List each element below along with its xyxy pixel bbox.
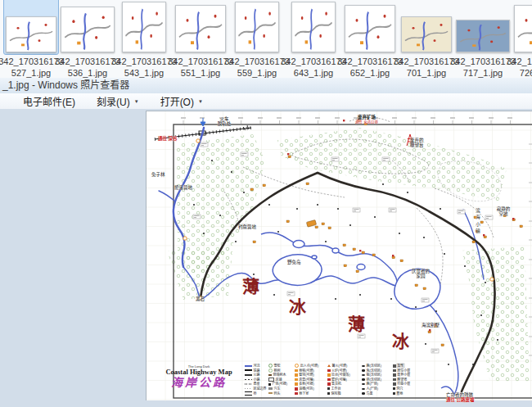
label-abandoned-lookout: 废弃的瞭望台 bbox=[410, 138, 424, 147]
legend-swatch bbox=[268, 369, 273, 373]
legend-item: 桥 bbox=[245, 391, 266, 396]
map-title-en: Coastal Highway Map bbox=[161, 369, 237, 376]
file-name-line2: 726_1.jpg bbox=[520, 68, 532, 78]
chevron-down-icon: ▼ bbox=[198, 99, 203, 104]
legend-swatch bbox=[268, 392, 273, 394]
thumbnail-image bbox=[61, 7, 115, 52]
file-thumbnail[interactable]: 342_170316173 559_1.jpg bbox=[230, 0, 284, 78]
legend-swatch bbox=[393, 378, 396, 382]
label-jackrabbit-island: 野兔岛 bbox=[287, 260, 301, 265]
thumbnail-strip: 342_170316173 527_1.jpg 342_170316173 53… bbox=[0, 0, 532, 79]
file-thumbnail[interactable]: 342_170316173 527_1.jpg bbox=[4, 0, 58, 78]
legend-swatch bbox=[245, 383, 252, 385]
label-abandoned-mine: 废弃矿场 通往 安适山谷 bbox=[348, 115, 385, 124]
file-name-line1: 342_170316173 bbox=[337, 57, 403, 66]
map-title-zh: 海岸公路 bbox=[161, 377, 237, 390]
menu-item[interactable]: 刻录(U) ▼ bbox=[97, 94, 139, 108]
thumbnail-selection-box bbox=[453, 0, 512, 55]
legend-swatch bbox=[362, 365, 365, 368]
menu-item[interactable]: 电子邮件(E) bbox=[23, 94, 75, 108]
legend-swatch bbox=[295, 387, 298, 391]
thumbnail-selection-box bbox=[399, 0, 454, 55]
menu-item[interactable]: 打开(O) ▼ bbox=[160, 94, 203, 108]
legend-swatch bbox=[327, 392, 330, 395]
label-misanthropes-home: 厌世者的家园 bbox=[404, 269, 438, 278]
viewer-canvas: 通往 深谷 火车脱轨处 兔子林 熊溪营地 钓鱼营地 野兔岛 黑石 废弃矿场 通往… bbox=[0, 109, 532, 407]
file-name-line2: 717_1.jpg bbox=[463, 68, 503, 78]
legend-swatch bbox=[245, 374, 252, 376]
thumbnail-selection-box bbox=[119, 0, 169, 55]
legend-swatch bbox=[327, 378, 331, 382]
file-thumbnail[interactable]: 342_170316173 551_1.jpg bbox=[174, 0, 228, 78]
thumbnail-image bbox=[514, 5, 532, 52]
legend-swatch bbox=[268, 374, 272, 376]
legend-swatch bbox=[245, 365, 252, 367]
file-name-line2: 536_1.jpg bbox=[68, 68, 107, 78]
legend-swatch bbox=[393, 382, 396, 386]
file-name-line1: 342_170316173 bbox=[168, 57, 233, 66]
mini-map-art bbox=[61, 7, 114, 52]
menu-item-label: 电子邮件(E) bbox=[23, 94, 75, 108]
menu-item-label: 打开(O) bbox=[160, 94, 194, 108]
legend-swatch bbox=[245, 391, 252, 396]
thumbnail-image bbox=[291, 2, 336, 52]
thumbnail-selection-box bbox=[512, 0, 532, 55]
file-name-line1: 342_170316173 bbox=[281, 57, 346, 66]
thin-ice-text-2: 冰 bbox=[289, 299, 306, 316]
file-thumbnail[interactable]: 342_170316173 726_1.jpg bbox=[512, 0, 532, 78]
menu-item-label: 刻录(U) bbox=[97, 94, 130, 108]
legend-item: 鸟巢 bbox=[362, 391, 390, 396]
legend-swatch bbox=[362, 374, 365, 377]
file-thumbnail[interactable]: 342_170316173 643_1.jpg bbox=[286, 0, 340, 78]
thumbnail-image bbox=[122, 2, 166, 52]
file-thumbnail[interactable]: 342_170316173 717_1.jpg bbox=[456, 0, 510, 78]
label-silent-clearing: 寂静的空地 bbox=[494, 206, 513, 216]
file-name-line2: 652_1.jpg bbox=[350, 68, 390, 78]
mini-map-art bbox=[176, 6, 225, 52]
thin-ice-text-1: 薄 bbox=[242, 278, 259, 296]
legend-swatch bbox=[362, 383, 365, 386]
mini-map-art bbox=[123, 2, 165, 52]
thumbnail-selection-box bbox=[232, 0, 282, 55]
legend-item: 地下室 bbox=[295, 391, 325, 396]
legend-swatch bbox=[295, 392, 298, 396]
legend-swatch bbox=[393, 387, 395, 390]
file-name-line2: 551_1.jpg bbox=[181, 68, 220, 78]
map-title-block: The Long Dark Coastal Highway Map 海岸公路 bbox=[161, 364, 237, 390]
legend-swatch bbox=[268, 364, 273, 368]
legend-swatch bbox=[295, 382, 298, 386]
map-legend: 河流铁路公路小路悬崖区域边界桥 雪松枫树倒塌树木床铺尸体(可搜)汽车码头 出入点… bbox=[245, 364, 417, 401]
file-name-line1: 342_170316173 bbox=[394, 57, 459, 66]
menu-bar: 电子邮件(E) 刻录(U) ▼ 打开(O) ▼ bbox=[0, 93, 532, 110]
file-thumbnail[interactable]: 342_170316173 652_1.jpg bbox=[343, 0, 397, 78]
file-thumbnail[interactable]: 342_170316173 543_1.jpg bbox=[117, 0, 171, 78]
thumbnail-selection-box bbox=[342, 0, 398, 55]
mini-map-art bbox=[236, 2, 278, 52]
legend-swatch bbox=[327, 369, 331, 373]
legend-swatch bbox=[295, 364, 299, 368]
mini-map-art bbox=[457, 20, 509, 52]
thumbnail-selection-box bbox=[173, 0, 228, 55]
legend-swatch bbox=[362, 378, 365, 381]
legend-swatch bbox=[295, 373, 298, 377]
file-name-line1: 342_170316173 bbox=[111, 57, 177, 66]
window-titlebar: _1.jpg - Windows 照片查看器 bbox=[0, 78, 532, 94]
file-name-line1: 342_170316173 bbox=[0, 57, 64, 66]
legend-swatch bbox=[327, 382, 331, 386]
thumbnail-selection-box bbox=[58, 0, 117, 55]
legend-swatch bbox=[295, 378, 298, 382]
label-waterfront-cottages: 海滨别墅 bbox=[422, 323, 440, 328]
legend-swatch bbox=[393, 364, 396, 368]
thumbnail-image bbox=[456, 20, 510, 52]
file-name-line2: 527_1.jpg bbox=[11, 68, 51, 78]
thumbnail-image bbox=[401, 16, 452, 52]
map-artwork bbox=[147, 111, 532, 401]
legend-swatch bbox=[245, 379, 252, 380]
file-thumbnail[interactable]: 342_170316173 536_1.jpg bbox=[61, 0, 115, 78]
file-name-line1: 342_170316173 bbox=[450, 57, 516, 66]
label-train-derailment: 火车脱轨处 bbox=[212, 116, 237, 126]
screen: { "explorer": { "thumbnails": [ {"l1":"3… bbox=[0, 0, 532, 407]
file-name-line1: 342_170316173 bbox=[507, 57, 532, 66]
legend-swatch bbox=[245, 388, 252, 389]
file-thumbnail[interactable]: 342_170316173 701_1.jpg bbox=[399, 0, 453, 78]
